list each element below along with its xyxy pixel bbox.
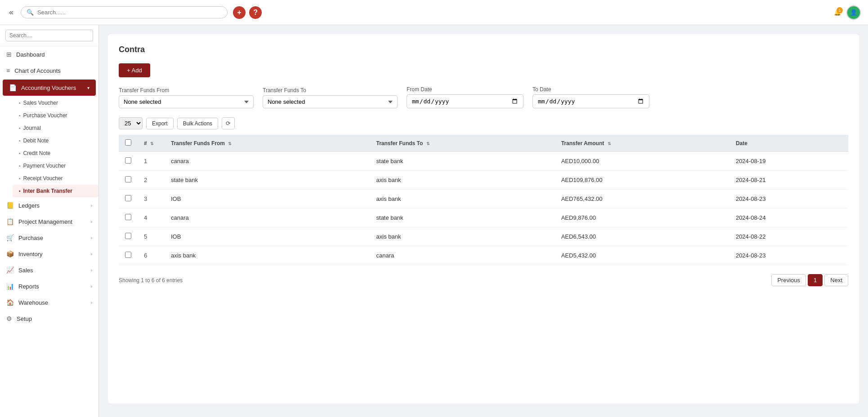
sort-icon: ⇅ bbox=[608, 142, 611, 146]
chevron-right-icon: › bbox=[91, 235, 92, 240]
sidebar-item-label: Accounting Vouchers bbox=[21, 84, 76, 91]
chevron-right-icon: › bbox=[91, 284, 92, 289]
next-page-button[interactable]: Next bbox=[824, 274, 848, 286]
submenu-label: Purchase Voucher bbox=[23, 112, 67, 119]
avatar[interactable]: 👤 bbox=[846, 5, 861, 20]
submenu-label: Credit Note bbox=[23, 150, 51, 156]
transfer-funds-to-select[interactable]: None selected bbox=[263, 95, 398, 108]
sidebar-item-project-management[interactable]: 📋 Project Management › bbox=[0, 213, 98, 230]
col-transfer-to[interactable]: Transfer Funds To ⇅ bbox=[370, 135, 555, 152]
sidebar-item-chart-of-accounts[interactable]: ≡ Chart of Accounts bbox=[0, 62, 98, 79]
row-checkbox[interactable] bbox=[125, 176, 131, 182]
sidebar-item-payment-voucher[interactable]: Payment Voucher bbox=[13, 160, 98, 172]
row-transfer-amount: AED109,876.00 bbox=[555, 171, 729, 190]
row-date: 2024-08-21 bbox=[729, 171, 848, 190]
row-transfer-from: IOB bbox=[165, 227, 370, 246]
row-transfer-from: state bank bbox=[165, 171, 370, 190]
page-title: Contra bbox=[119, 45, 848, 54]
sidebar-item-accounting-vouchers[interactable]: 📄 Accounting Vouchers ▾ bbox=[3, 80, 96, 96]
row-transfer-to: canara bbox=[370, 246, 555, 265]
row-checkbox[interactable] bbox=[125, 157, 131, 164]
setup-icon: ⚙ bbox=[6, 315, 12, 322]
bulk-actions-button[interactable]: Bulk Actions bbox=[177, 118, 218, 129]
filter-from-date-label: From Date bbox=[407, 86, 523, 93]
row-transfer-to: axis bank bbox=[370, 171, 555, 190]
warehouse-icon: 🏠 bbox=[6, 299, 14, 306]
to-date-input[interactable] bbox=[537, 98, 644, 105]
col-number[interactable]: # ⇅ bbox=[138, 135, 165, 152]
table-row: 6 axis bank canara AED5,432.00 2024-08-2… bbox=[119, 246, 848, 265]
layout: ⊞ Dashboard ≡ Chart of Accounts 📄 Accoun… bbox=[0, 25, 868, 417]
sidebar-submenu-accounting-vouchers: Sales Voucher Purchase Voucher Journal D… bbox=[0, 97, 98, 197]
sidebar-item-debit-note[interactable]: Debit Note bbox=[13, 134, 98, 147]
previous-page-button[interactable]: Previous bbox=[771, 274, 806, 286]
row-number: 5 bbox=[138, 227, 165, 246]
row-checkbox[interactable] bbox=[125, 214, 131, 220]
sidebar-item-inter-bank-transfer[interactable]: Inter Bank Transfer bbox=[13, 185, 98, 197]
sidebar-item-sales[interactable]: 📈 Sales › bbox=[0, 262, 98, 278]
sidebar-item-label: Project Management bbox=[18, 218, 72, 225]
row-transfer-from: IOB bbox=[165, 190, 370, 208]
row-checkbox-cell bbox=[119, 246, 138, 265]
sidebar-item-purchase[interactable]: 🛒 Purchase › bbox=[0, 230, 98, 246]
sidebar-item-dashboard[interactable]: ⊞ Dashboard bbox=[0, 46, 98, 62]
row-checkbox-cell bbox=[119, 208, 138, 227]
export-button[interactable]: Export bbox=[146, 118, 174, 129]
table-row: 2 state bank axis bank AED109,876.00 202… bbox=[119, 171, 848, 190]
per-page-select[interactable]: 25 bbox=[119, 117, 143, 129]
row-checkbox[interactable] bbox=[125, 195, 131, 201]
transfer-funds-from-select[interactable]: None selected bbox=[119, 95, 254, 108]
col-date[interactable]: Date bbox=[729, 135, 848, 152]
col-transfer-from[interactable]: Transfer Funds From ⇅ bbox=[165, 135, 370, 152]
refresh-button[interactable]: ⟳ bbox=[222, 117, 235, 129]
row-number: 1 bbox=[138, 152, 165, 171]
sidebar-group-accounting-vouchers: 📄 Accounting Vouchers ▾ bbox=[3, 80, 96, 96]
select-all-checkbox[interactable] bbox=[125, 139, 131, 146]
row-number: 4 bbox=[138, 208, 165, 227]
sidebar-item-credit-note[interactable]: Credit Note bbox=[13, 147, 98, 160]
notification-icon[interactable]: 🔔 1 bbox=[834, 9, 841, 16]
sales-icon: 📈 bbox=[6, 266, 14, 274]
topbar-search-input[interactable] bbox=[37, 9, 222, 16]
filter-group-to-date: To Date bbox=[532, 86, 649, 108]
sidebar-item-setup[interactable]: ⚙ Setup bbox=[0, 311, 98, 327]
sidebar-search-input[interactable] bbox=[5, 30, 93, 41]
row-date: 2024-08-22 bbox=[729, 227, 848, 246]
filter-to-date-label: To Date bbox=[532, 86, 649, 93]
col-transfer-amount[interactable]: Transfer Amount ⇅ bbox=[555, 135, 729, 152]
sidebar-item-label: Inventory bbox=[18, 251, 42, 257]
row-date: 2024-08-19 bbox=[729, 152, 848, 171]
from-date-input[interactable] bbox=[412, 98, 519, 105]
pagination-controls: Previous 1 Next bbox=[771, 274, 848, 286]
sidebar-item-ledgers[interactable]: 📒 Ledgers › bbox=[0, 197, 98, 213]
sidebar-item-receipt-voucher[interactable]: Receipt Voucher bbox=[13, 172, 98, 185]
add-record-button[interactable]: + Add bbox=[119, 63, 150, 77]
help-button[interactable]: ? bbox=[249, 6, 262, 19]
pagination-info: Showing 1 to 6 of 6 entries bbox=[119, 277, 183, 284]
sidebar-item-label: Dashboard bbox=[16, 51, 45, 58]
chevron-right-icon: › bbox=[91, 268, 92, 273]
reports-icon: 📊 bbox=[6, 283, 14, 290]
chevron-right-icon: › bbox=[91, 203, 92, 208]
sidebar-item-warehouse[interactable]: 🏠 Warehouse › bbox=[0, 294, 98, 311]
add-button[interactable]: + bbox=[233, 6, 246, 19]
row-checkbox[interactable] bbox=[125, 233, 131, 239]
collapse-sidebar-button[interactable]: « bbox=[7, 6, 15, 19]
row-transfer-to: state bank bbox=[370, 208, 555, 227]
submenu-label: Journal bbox=[23, 125, 41, 131]
data-table: # ⇅ Transfer Funds From ⇅ Transfer Funds… bbox=[119, 135, 848, 265]
filter-to-date-container bbox=[532, 94, 649, 108]
row-date: 2024-08-23 bbox=[729, 190, 848, 208]
filter-to-label: Transfer Funds To bbox=[263, 87, 398, 93]
sidebar-item-label: Purchase bbox=[18, 235, 43, 241]
page-1-button[interactable]: 1 bbox=[808, 274, 823, 286]
sidebar-item-purchase-voucher[interactable]: Purchase Voucher bbox=[13, 109, 98, 122]
sidebar-item-reports[interactable]: 📊 Reports › bbox=[0, 278, 98, 294]
sidebar-item-label: Sales bbox=[18, 267, 33, 274]
table-row: 1 canara state bank AED10,000.00 2024-08… bbox=[119, 152, 848, 171]
sidebar-item-inventory[interactable]: 📦 Inventory › bbox=[0, 246, 98, 262]
sidebar-item-sales-voucher[interactable]: Sales Voucher bbox=[13, 97, 98, 109]
filter-from-date-container bbox=[407, 94, 523, 108]
sidebar-item-journal[interactable]: Journal bbox=[13, 122, 98, 134]
row-checkbox[interactable] bbox=[125, 252, 131, 258]
